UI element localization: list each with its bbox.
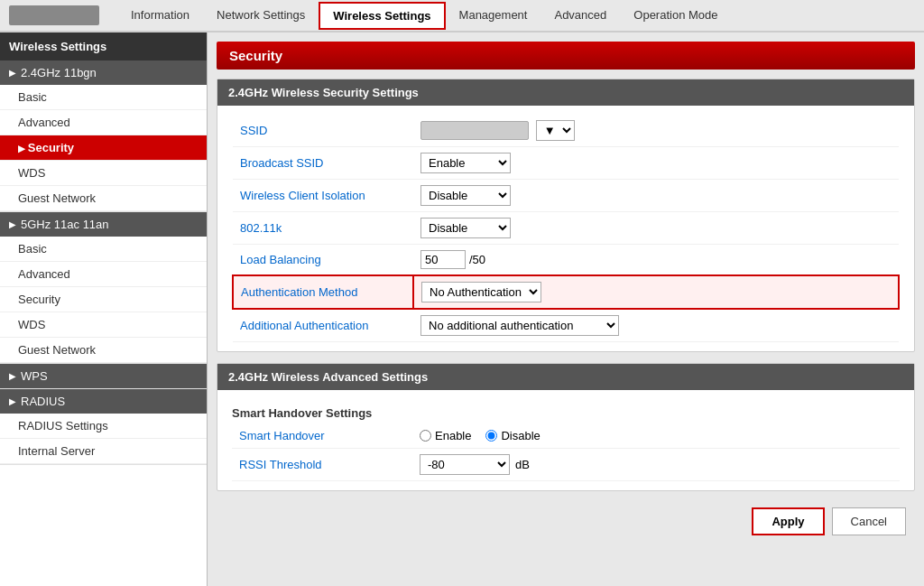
top-navigation: Information Network Settings Wireless Se…	[0, 0, 924, 33]
sidebar-group-label-24ghz: 2.4GHz 11bgn	[21, 66, 97, 79]
arrow-icon-24ghz: ▶	[9, 68, 16, 78]
sidebar-group-24ghz: ▶ 2.4GHz 11bgn Basic Advanced Security W…	[0, 60, 207, 212]
section-wireless-security-header: 2.4GHz Wireless Security Settings	[217, 79, 914, 106]
sidebar-item-24ghz-advanced[interactable]: Advanced	[0, 110, 207, 135]
client-isolation-value: Disable Enable	[413, 180, 899, 212]
ssid-select[interactable]: ▼	[536, 120, 575, 141]
security-settings-table: SSID ■ ■ ■■■■■■■ ▼ Broadcast SSID Enable	[232, 115, 900, 342]
load-balancing-label: Load Balancing	[233, 245, 413, 276]
sidebar-group-label-radius: RADIUS	[21, 395, 65, 408]
table-row-additional-auth: Additional Authentication No additional …	[233, 309, 899, 342]
apply-button[interactable]: Apply	[752, 507, 824, 535]
sidebar-item-24ghz-wds[interactable]: WDS	[0, 161, 207, 186]
ssid-label: SSID	[233, 115, 413, 147]
load-balance-input[interactable]	[420, 250, 466, 269]
sidebar-group-5ghz: ▶ 5GHz 11ac 11an Basic Advanced Security…	[0, 212, 207, 364]
sidebar-group-radius: ▶ RADIUS RADIUS Settings Internal Server	[0, 389, 207, 465]
ssid-display: ■ ■ ■■■■■■■	[420, 121, 529, 140]
sidebar-item-5ghz-guest-network[interactable]: Guest Network	[0, 338, 207, 363]
sidebar-item-24ghz-security[interactable]: Security	[0, 135, 207, 161]
table-row-ssid: SSID ■ ■ ■■■■■■■ ▼	[233, 115, 899, 147]
load-balance-separator: /50	[469, 253, 485, 266]
bottom-bar: Apply Cancel	[217, 502, 915, 541]
smart-handover-disable-radio[interactable]	[485, 430, 497, 442]
arrow-icon-radius: ▶	[9, 396, 16, 406]
ssid-value: ■ ■ ■■■■■■■ ▼	[413, 115, 899, 147]
section-wireless-security: 2.4GHz Wireless Security Settings SSID ■…	[217, 79, 915, 352]
advanced-settings-table: Smart Handover Enable Disable	[232, 423, 900, 481]
load-balancing-value: /50	[413, 245, 899, 276]
sidebar-item-24ghz-basic[interactable]: Basic	[0, 85, 207, 110]
cancel-button[interactable]: Cancel	[832, 507, 906, 535]
sidebar-item-5ghz-security[interactable]: Security	[0, 287, 207, 312]
section-wireless-advanced-body: Smart Handover Settings Smart Handover E…	[217, 390, 914, 490]
sidebar-group-header-24ghz[interactable]: ▶ 2.4GHz 11bgn	[0, 60, 207, 85]
broadcast-ssid-label: Broadcast SSID	[233, 147, 413, 180]
sidebar-group-label-5ghz: 5GHz 11ac 11an	[21, 218, 109, 231]
auth-method-label: Authentication Method	[233, 275, 413, 309]
additional-auth-label: Additional Authentication	[233, 309, 413, 342]
sidebar-group-label-wps: WPS	[21, 369, 48, 383]
smart-handover-value: Enable Disable	[412, 423, 900, 449]
load-balance-group: /50	[420, 250, 892, 269]
sidebar-group-wps: ▶ WPS	[0, 364, 207, 389]
sidebar-header: Wireless Settings	[0, 33, 207, 60]
broadcast-ssid-value: Enable Disable	[413, 147, 899, 180]
smart-handover-enable-radio[interactable]	[420, 430, 431, 442]
rssi-label: RSSI Threshold	[232, 449, 412, 481]
rssi-group: -80 -70 -60 -50 dB	[420, 454, 892, 475]
nav-operation-mode[interactable]: Operation Mode	[620, 2, 731, 30]
client-isolation-select[interactable]: Disable Enable	[420, 185, 511, 206]
table-row-rssi: RSSI Threshold -80 -70 -60 -50 d	[232, 449, 900, 481]
table-row-80211k: 802.11k Disable Enable	[233, 212, 899, 245]
nav-advanced[interactable]: Advanced	[541, 2, 620, 30]
section-wireless-advanced: 2.4GHz Wireless Advanced Settings Smart …	[217, 363, 915, 491]
sidebar-item-internal-server[interactable]: Internal Server	[0, 439, 207, 464]
sidebar-group-header-5ghz[interactable]: ▶ 5GHz 11ac 11an	[0, 212, 207, 237]
auth-method-value: No Authentication WPA WPA2 WEP	[413, 275, 899, 309]
80211k-select[interactable]: Disable Enable	[420, 218, 511, 238]
client-isolation-label: Wireless Client Isolation	[233, 180, 413, 212]
sidebar-item-5ghz-advanced[interactable]: Advanced	[0, 262, 207, 287]
rssi-select[interactable]: -80 -70 -60 -50	[420, 454, 510, 475]
80211k-label: 802.11k	[233, 212, 413, 245]
sidebar-item-5ghz-wds[interactable]: WDS	[0, 312, 207, 338]
table-row-broadcast-ssid: Broadcast SSID Enable Disable	[233, 147, 899, 180]
rssi-unit: dB	[515, 458, 530, 471]
section-wireless-advanced-header: 2.4GHz Wireless Advanced Settings	[217, 364, 914, 390]
rssi-value: -80 -70 -60 -50 dB	[412, 449, 900, 481]
sidebar-group-header-wps[interactable]: ▶ WPS	[0, 364, 207, 388]
main-layout: Wireless Settings ▶ 2.4GHz 11bgn Basic A…	[0, 33, 924, 586]
nav-information[interactable]: Information	[117, 2, 203, 30]
table-row-load-balancing: Load Balancing /50	[233, 245, 899, 276]
nav-wireless-settings[interactable]: Wireless Settings	[319, 2, 445, 30]
sidebar-item-24ghz-guest-network[interactable]: Guest Network	[0, 186, 207, 211]
nav-management[interactable]: Management	[446, 2, 541, 30]
nav-items: Information Network Settings Wireless Se…	[117, 2, 732, 30]
80211k-value: Disable Enable	[413, 212, 899, 245]
auth-method-select[interactable]: No Authentication WPA WPA2 WEP	[421, 282, 541, 302]
broadcast-ssid-select[interactable]: Enable Disable	[420, 153, 511, 173]
sidebar-group-header-radius[interactable]: ▶ RADIUS	[0, 389, 207, 414]
sidebar: Wireless Settings ▶ 2.4GHz 11bgn Basic A…	[0, 33, 208, 586]
additional-auth-select[interactable]: No additional authentication WISPr	[420, 315, 619, 336]
content-area: Security 2.4GHz Wireless Security Settin…	[208, 33, 924, 586]
smart-handover-radio-group: Enable Disable	[420, 429, 892, 442]
smart-handover-subsection-label: Smart Handover Settings	[232, 399, 900, 423]
table-row-smart-handover: Smart Handover Enable Disable	[232, 423, 900, 449]
sidebar-item-5ghz-basic[interactable]: Basic	[0, 237, 207, 262]
additional-auth-value: No additional authentication WISPr	[413, 309, 899, 342]
section-wireless-security-body: SSID ■ ■ ■■■■■■■ ▼ Broadcast SSID Enable	[217, 106, 914, 351]
arrow-icon-wps: ▶	[9, 371, 16, 381]
smart-handover-enable-label[interactable]: Enable	[420, 429, 471, 442]
table-row-client-isolation: Wireless Client Isolation Disable Enable	[233, 180, 899, 212]
arrow-icon-5ghz: ▶	[9, 219, 16, 229]
table-row-auth-method: Authentication Method No Authentication …	[233, 275, 899, 309]
logo	[9, 5, 99, 25]
smart-handover-label: Smart Handover	[232, 423, 412, 449]
nav-network-settings[interactable]: Network Settings	[203, 2, 319, 30]
page-title: Security	[217, 42, 915, 70]
smart-handover-disable-label[interactable]: Disable	[485, 429, 540, 442]
sidebar-item-radius-settings[interactable]: RADIUS Settings	[0, 414, 207, 439]
